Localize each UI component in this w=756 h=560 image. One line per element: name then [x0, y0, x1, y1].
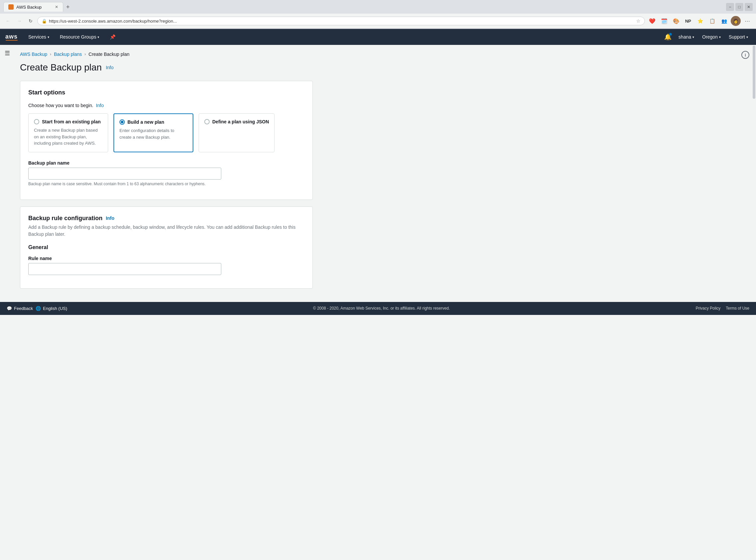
maximize-button[interactable]: □ — [735, 3, 743, 11]
page-info-circle-icon[interactable]: i — [741, 51, 749, 59]
option1-header: Start from an existing plan — [34, 119, 102, 124]
option-card-json[interactable]: Define a plan using JSON — [199, 114, 274, 152]
option2-title: Build a new plan — [128, 119, 164, 125]
start-options-panel: Start options Choose how you want to beg… — [20, 81, 313, 200]
option-card-new[interactable]: Build a new plan Enter configuration det… — [114, 114, 193, 152]
tab-favicon — [8, 4, 14, 9]
backup-plan-name-input[interactable] — [28, 167, 221, 180]
pushpin-button[interactable]: 📌 — [107, 33, 118, 41]
backup-rule-config-desc: Add a Backup rule by defining a backup s… — [28, 224, 305, 238]
backup-plan-name-group: Backup plan name Backup plan name is cas… — [28, 160, 305, 186]
resource-groups-chevron-icon: ▾ — [97, 35, 99, 39]
page-title-row: Create Backup plan Info — [20, 62, 746, 73]
feedback-label: Feedback — [14, 306, 33, 311]
region-menu-button[interactable]: Oregon ▾ — [699, 33, 723, 41]
new-tab-button[interactable]: + — [63, 2, 73, 12]
browser-ext2[interactable]: 🗓️ — [659, 16, 670, 26]
user-label: shana — [678, 34, 691, 40]
page-title: Create Backup plan — [20, 62, 102, 73]
aws-navbar: aws Services ▾ Resource Groups ▾ 📌 🔔 sha… — [0, 29, 756, 45]
breadcrumb-parent[interactable]: Backup plans — [54, 52, 82, 57]
option3-header: Define a plan using JSON — [204, 119, 269, 124]
bookmark-icon: ☆ — [636, 18, 641, 24]
page-info-link[interactable]: Info — [106, 65, 114, 70]
option3-title: Define a plan using JSON — [212, 119, 269, 124]
backup-rule-config-title: Backup rule configuration — [28, 215, 102, 222]
address-bar[interactable]: 🔒 https://us-west-2.console.aws.amazon.c… — [37, 17, 645, 25]
footer-copyright: © 2008 - 2020, Amazon Web Services, Inc.… — [73, 306, 691, 311]
footer-right: Privacy Policy Terms of Use — [696, 306, 749, 311]
option1-title: Start from an existing plan — [42, 119, 101, 124]
reload-button[interactable]: ↻ — [26, 16, 35, 26]
tab-close-button[interactable]: ✕ — [55, 5, 58, 9]
services-menu-button[interactable]: Services ▾ — [26, 33, 52, 41]
more-button[interactable]: ⋯ — [742, 16, 753, 26]
url-text: https://us-west-2.console.aws.amazon.com… — [49, 19, 634, 24]
region-chevron-icon: ▾ — [719, 35, 721, 39]
favorites-icon[interactable]: ⭐ — [695, 16, 705, 26]
option2-desc: Enter configuration details to create a … — [119, 127, 187, 140]
region-label: Oregon — [702, 34, 718, 40]
breadcrumb-root[interactable]: AWS Backup — [20, 52, 47, 57]
rule-name-label: Rule name — [28, 256, 305, 261]
sharing-icon[interactable]: 👥 — [719, 16, 730, 26]
option-cards: Start from an existing plan Create a new… — [28, 114, 305, 152]
services-label: Services — [28, 34, 46, 40]
copyright-text: © 2008 - 2020, Amazon Web Services, Inc.… — [313, 306, 450, 311]
backup-rule-info-link[interactable]: Info — [106, 216, 114, 221]
aws-logo-underline — [6, 40, 18, 41]
support-chevron-icon: ▾ — [747, 35, 748, 39]
aws-logo[interactable]: aws — [5, 34, 18, 41]
globe-icon: 🌐 — [36, 306, 41, 311]
user-chevron-icon: ▾ — [693, 35, 694, 39]
user-menu-button[interactable]: shana ▾ — [676, 33, 697, 41]
extensions-icon[interactable]: ❤️ — [647, 16, 658, 26]
feedback-button[interactable]: 💬 Feedback — [7, 306, 33, 311]
option2-header: Build a new plan — [119, 119, 187, 125]
backup-rule-config-panel: Backup rule configuration Info Add a Bac… — [20, 206, 313, 289]
page-wrapper: ☰ AWS Backup › Backup plans › Create Bac… — [0, 45, 756, 302]
page-content: AWS Backup › Backup plans › Create Backu… — [0, 45, 756, 302]
nav-right: 🔔 shana ▾ Oregon ▾ Support ▾ — [662, 32, 751, 42]
back-button[interactable]: ← — [3, 16, 13, 26]
language-label: English (US) — [43, 306, 67, 311]
option1-radio[interactable] — [34, 119, 39, 124]
option1-desc: Create a new Backup plan based on an exi… — [34, 127, 102, 147]
browser-ext3[interactable]: 🎨 — [671, 16, 681, 26]
privacy-policy-link[interactable]: Privacy Policy — [696, 306, 721, 311]
sidebar-toggle-button[interactable]: ☰ — [0, 45, 15, 61]
lock-icon: 🔒 — [42, 19, 47, 24]
resource-groups-button[interactable]: Resource Groups ▾ — [57, 33, 102, 41]
support-label: Support — [729, 34, 745, 40]
breadcrumb-sep2: › — [84, 52, 86, 57]
aws-logo-text: aws — [5, 34, 18, 40]
scrollbar-track — [752, 45, 756, 302]
scrollbar-thumb[interactable] — [753, 45, 755, 99]
option2-radio[interactable] — [119, 119, 125, 125]
terms-of-use-link[interactable]: Terms of Use — [726, 306, 749, 311]
minimize-button[interactable]: − — [726, 3, 734, 11]
backup-plan-name-hint: Backup plan name is case sensitive. Must… — [28, 182, 305, 186]
option3-radio[interactable] — [204, 119, 210, 124]
forward-button[interactable]: → — [15, 16, 24, 26]
user-label[interactable]: NP — [683, 16, 694, 26]
start-options-title: Start options — [28, 89, 305, 96]
browser-tab[interactable]: AWS Backup ✕ — [3, 2, 63, 12]
rule-name-group: Rule name — [28, 256, 305, 275]
avatar[interactable]: 👩 — [731, 16, 741, 26]
bell-button[interactable]: 🔔 — [662, 32, 673, 42]
page-footer: 💬 Feedback 🌐 English (US) © 2008 - 2020,… — [0, 302, 756, 315]
breadcrumb-sep1: › — [50, 52, 51, 57]
breadcrumb: AWS Backup › Backup plans › Create Backu… — [20, 52, 746, 57]
choose-info-link[interactable]: Info — [96, 103, 103, 108]
language-button[interactable]: 🌐 English (US) — [36, 306, 67, 311]
rule-name-input[interactable] — [28, 263, 221, 275]
speech-bubble-icon: 💬 — [7, 306, 12, 311]
tab-title: AWS Backup — [16, 5, 42, 9]
collections-icon[interactable]: 📋 — [707, 16, 717, 26]
resource-groups-label: Resource Groups — [60, 34, 97, 40]
support-menu-button[interactable]: Support ▾ — [726, 33, 751, 41]
option-card-existing[interactable]: Start from an existing plan Create a new… — [28, 114, 108, 152]
backup-rule-config-header: Backup rule configuration Info — [28, 215, 305, 222]
close-window-button[interactable]: ✕ — [745, 3, 753, 11]
